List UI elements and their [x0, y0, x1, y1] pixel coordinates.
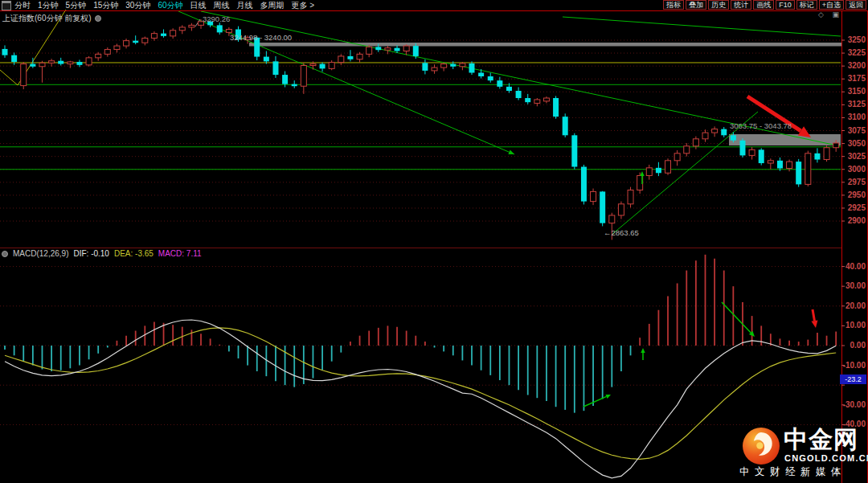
indicator-collapse-icon[interactable]	[2, 251, 8, 257]
tool-button-F10[interactable]: F10	[776, 0, 795, 10]
timeframe-item-15分钟[interactable]: 15分钟	[93, 0, 118, 11]
low-price-annotation: ←2863.65	[604, 228, 639, 237]
macd-axis-label: -10.00	[842, 361, 866, 370]
tool-button-画线[interactable]: 画线	[753, 0, 774, 10]
macd-axis: 40.0030.0020.0010.000.00-10.00-30.00-40.…	[842, 0, 866, 483]
tool-button-指标[interactable]: 指标	[663, 0, 684, 10]
top-menubar: 分时1分钟5分钟15分钟30分钟60分钟日线周线月线多周期更多 > 指标叠加历史…	[0, 0, 868, 10]
title-dropdown-icon[interactable]	[95, 15, 101, 22]
indicator-name: MACD(12,26,9)	[13, 249, 68, 258]
tool-button-标记[interactable]: 标记	[796, 0, 817, 10]
macd-axis-label: 40.00	[842, 262, 866, 271]
macd-axis-label: 20.00	[842, 301, 866, 310]
cngold-watermark: 中金网 CNGOLD.COM.CN 中 文 财 经 新 媒 体	[739, 424, 866, 480]
timeframe-item-5分钟[interactable]: 5分钟	[66, 0, 87, 11]
logo-brand-text: 中金网	[784, 424, 858, 456]
symbol-period-label: 上证指数(60分钟 前复权)	[2, 13, 92, 24]
logo-tagline-text: 中 文 财 经 新 媒 体	[739, 465, 842, 479]
cngold-logo-icon	[741, 426, 781, 466]
timeframe-item-30分钟[interactable]: 30分钟	[125, 0, 150, 11]
timeframe-item-1分钟[interactable]: 1分钟	[38, 0, 59, 11]
tool-button-+自选[interactable]: +自选	[819, 0, 844, 10]
high-price-annotation: 3290.26	[203, 14, 230, 23]
timeframe-item-60分钟[interactable]: 60分钟	[158, 0, 182, 11]
macd-axis-label: 30.00	[842, 281, 866, 290]
chart-canvas[interactable]	[0, 0, 868, 483]
dea-value-label: DEA: -3.65	[114, 249, 154, 258]
macd-value-badge: -23.2	[840, 375, 866, 384]
timeframe-menu: 分时1分钟5分钟15分钟30分钟60分钟日线周线月线多周期更多 >	[14, 0, 314, 11]
timeframe-item-更多 >[interactable]: 更多 >	[292, 0, 315, 11]
tool-menu: 指标叠加历史统计画线F10标记+自选返回	[663, 0, 866, 10]
macd-axis-label: 10.00	[842, 321, 866, 330]
logo-domain-text: CNGOLD.COM.CN	[784, 453, 868, 463]
timeframe-item-月线[interactable]: 月线	[237, 0, 253, 11]
timeframe-item-分时[interactable]: 分时	[14, 0, 31, 11]
indicator-header[interactable]: MACD(12,26,9) DIF: -0.10 DEA: -3.65 MACD…	[2, 249, 202, 258]
tool-button-统计[interactable]: 统计	[731, 0, 751, 10]
window-icon[interactable]	[2, 1, 11, 10]
chart-title[interactable]: 上证指数(60分钟 前复权)	[2, 13, 101, 24]
macd-value-label: MACD: 7.11	[158, 249, 202, 258]
timeframe-item-周线[interactable]: 周线	[214, 0, 230, 11]
resistance-zone1-annotation: 3244.98 - 3240.00	[230, 33, 292, 42]
macd-axis-label: -30.00	[842, 400, 866, 409]
macd-axis-label: 0.00	[842, 341, 866, 350]
timeframe-item-日线[interactable]: 日线	[190, 0, 207, 11]
trading-app-window: 分时1分钟5分钟15分钟30分钟60分钟日线周线月线多周期更多 > 指标叠加历史…	[0, 0, 868, 483]
timeframe-item-多周期[interactable]: 多周期	[260, 0, 285, 11]
tool-button-历史[interactable]: 历史	[708, 0, 729, 10]
tool-button-叠加[interactable]: 叠加	[686, 0, 706, 10]
marker-tools-icons[interactable]: ◇ ▣	[818, 10, 842, 18]
resistance-zone2-annotation: 3063.75 - 3043.78	[730, 121, 792, 130]
dif-value-label: DIF: -0.10	[73, 249, 108, 258]
